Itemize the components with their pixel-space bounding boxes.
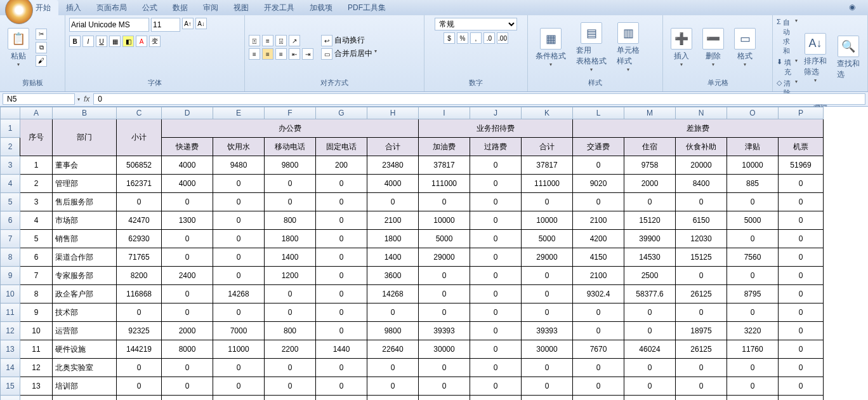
font-name-input[interactable] [69,18,149,32]
underline-icon[interactable]: U [96,36,107,47]
tab-加载项[interactable]: 加载项 [302,0,340,16]
col-header-H[interactable]: H [367,107,419,119]
font-color-icon[interactable]: A [136,36,147,47]
decrease-decimal-icon[interactable]: .00 [497,32,508,44]
align-middle-icon[interactable]: ≡ [262,35,273,46]
autosum-button[interactable]: Σ 自动求和 ▾ [777,18,798,56]
format-painter-icon[interactable]: 🖌 [36,55,47,67]
worksheet[interactable]: ABCDEFGHIJKLMNOP1序号部门小计办公费业务招待费差旅费2快递费饮用… [0,107,868,400]
col-header-I[interactable]: I [419,107,470,119]
select-all-corner[interactable] [1,107,20,119]
fx-icon[interactable]: fx [80,95,93,103]
row-header-12[interactable]: 12 [1,322,20,340]
row-header-2[interactable]: 2 [1,138,20,156]
tab-公式[interactable]: 公式 [135,0,165,16]
increase-decimal-icon[interactable]: .0 [483,32,495,44]
align-left-icon[interactable]: ≡ [249,48,260,60]
row-header-13[interactable]: 13 [1,340,20,359]
row-header-9[interactable]: 9 [1,267,20,285]
group-label-align: 对齐方式 [249,77,420,89]
align-bottom-icon[interactable]: ⍗ [275,35,287,46]
number-format-select[interactable]: 常规 [435,18,517,30]
name-box[interactable]: N5 [3,93,75,105]
currency-icon[interactable]: $ [444,32,455,44]
group-label-number: 数字 [428,77,523,89]
phonetic-icon[interactable]: 变 [149,36,161,47]
col-header-K[interactable]: K [522,107,573,119]
col-header-G[interactable]: G [316,107,367,119]
find-select-button[interactable]: 🔍查找和 选 [833,34,864,81]
row-header-16[interactable]: 16 [1,396,20,401]
formula-input[interactable]: 0 [93,93,865,105]
delete-cells-button[interactable]: ➖删除▾ [699,27,728,69]
row-header-5[interactable]: 5 [1,193,20,211]
tab-审阅[interactable]: 审阅 [195,0,226,16]
tab-页面布局[interactable]: 页面布局 [89,0,135,16]
row-header-11[interactable]: 11 [1,303,20,322]
orientation-icon[interactable]: ↗ [289,35,300,46]
increase-font-icon[interactable]: A↑ [182,18,194,29]
row-header-7[interactable]: 7 [1,230,20,248]
col-header-E[interactable]: E [213,107,265,119]
col-header-M[interactable]: M [624,107,676,119]
sort-filter-button[interactable]: A↓排序和 筛选▾ [800,32,831,84]
row-header-10[interactable]: 10 [1,285,20,303]
fill-color-icon[interactable]: ◧ [122,36,134,47]
ribbon: 📋粘贴▾ ✂ ⧉ 🖌 剪贴板 A↑ A↓ B I U ▦ ◧ A [0,15,868,92]
tab-插入[interactable]: 插入 [58,0,89,16]
percent-icon[interactable]: % [457,32,468,44]
col-header-L[interactable]: L [573,107,624,119]
decrease-font-icon[interactable]: A↓ [195,18,207,29]
align-center-icon[interactable]: ≡ [262,48,273,60]
font-size-input[interactable] [151,18,180,32]
row-header-4[interactable]: 4 [1,175,20,193]
col-header-O[interactable]: O [727,107,779,119]
col-header-D[interactable]: D [162,107,213,119]
ribbon-tabs: 开始插入页面布局公式数据审阅视图开发工具加载项PDF工具集 [0,0,868,15]
conditional-format-button[interactable]: ▦条件格式▾ [532,27,570,69]
col-header-C[interactable]: C [117,107,162,119]
formula-bar: N5 ▾ fx 0 [0,92,868,107]
format-cells-button[interactable]: ▭格式▾ [730,27,760,69]
row-header-15[interactable]: 15 [1,377,20,396]
cut-icon[interactable]: ✂ [36,29,47,40]
cell-styles-button[interactable]: ▥单元格 样式▾ [613,21,643,74]
row-header-3[interactable]: 3 [1,156,20,175]
tab-PDF工具集[interactable]: PDF工具集 [340,0,393,16]
group-label-cells: 单元格 [667,77,768,89]
bold-icon[interactable]: B [69,36,81,47]
italic-icon[interactable]: I [82,36,94,47]
paste-button[interactable]: 📋粘贴▾ [4,27,33,69]
copy-icon[interactable]: ⧉ [36,42,47,53]
group-label-styles: 样式 [532,77,659,89]
col-header-N[interactable]: N [676,107,727,119]
row-header-8[interactable]: 8 [1,248,20,267]
align-top-icon[interactable]: ⍐ [249,35,260,46]
group-label-font: 字体 [69,77,240,89]
insert-cells-button[interactable]: ➕插入▾ [667,27,696,69]
tab-数据[interactable]: 数据 [165,0,195,16]
tab-开发工具[interactable]: 开发工具 [256,0,302,16]
indent-increase-icon[interactable]: ⇥ [302,48,313,60]
table-format-button[interactable]: ▤套用 表格格式▾ [572,21,610,74]
col-header-F[interactable]: F [265,107,316,119]
wrap-text-button[interactable]: ↩自动换行 [321,35,377,46]
group-label-clipboard: 剪贴板 [4,77,61,89]
col-header-J[interactable]: J [470,107,522,119]
fill-button[interactable]: ⬇ 填充 ▾ [777,58,798,77]
row-header-6[interactable]: 6 [1,211,20,230]
align-right-icon[interactable]: ≡ [275,48,287,60]
col-header-A[interactable]: A [20,107,53,119]
comma-icon[interactable]: , [470,32,482,44]
tab-视图[interactable]: 视图 [226,0,256,16]
row-header-1[interactable]: 1 [1,119,20,138]
col-header-B[interactable]: B [53,107,117,119]
merge-center-button[interactable]: ▭合并后居中▾ [321,48,377,60]
row-header-14[interactable]: 14 [1,359,20,377]
help-icon[interactable]: ◉ [849,3,855,11]
indent-decrease-icon[interactable]: ⇤ [289,48,300,60]
border-icon[interactable]: ▦ [109,36,121,47]
